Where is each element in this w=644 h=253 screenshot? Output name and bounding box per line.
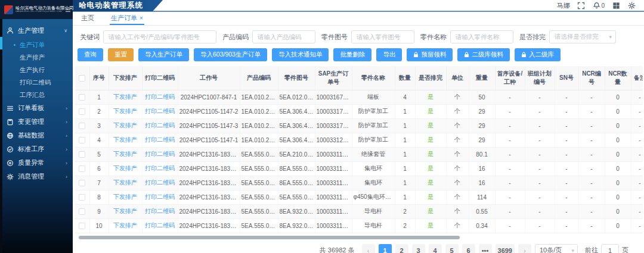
row-checkbox[interactable] [79,123,85,129]
cell-part-name: 端板 [352,90,395,104]
l2-pick-button[interactable]: 二级库领料 [457,48,510,61]
sidebar-item-production-execution[interactable]: 生产执行 [0,64,73,76]
page-number[interactable]: 3699 [496,244,515,253]
print-qrcode-link[interactable]: 打印二维码 [145,222,175,229]
tab-home[interactable]: 主页 [80,12,95,25]
cell-unit: 个 [446,190,469,204]
page-number[interactable]: 1 [379,244,392,253]
filter-row: 关键词 产品编码 零件图号 零件名称 是否排完 请选择是否排完 ▾ [75,30,643,48]
apps-grid-icon[interactable] [612,2,620,10]
row-checkbox[interactable] [79,208,85,215]
print-qrcode-link[interactable]: 打印二维码 [145,165,175,171]
sidebar-item-message-management[interactable]: 消息管理 › [0,170,73,183]
batch-delete-button[interactable]: 批量删除 [333,48,371,61]
dispatch-link[interactable]: 下发排产 [113,222,137,229]
caret-down-icon: ▾ [609,34,612,40]
cell-qty: 1 [395,104,415,118]
target-icon [7,160,14,167]
page-number[interactable]: 6 [462,244,475,253]
import-603-button[interactable]: 导入603/903生产订单 [194,48,267,61]
scheduled-select[interactable]: 请选择是否排完 ▾ [549,30,616,43]
sidebar-item-print-qrcode[interactable]: 打印二维码 [0,76,73,89]
cell-sap-order: 10003317840 [315,104,352,118]
dispatch-link[interactable]: 下发排产 [113,208,137,214]
reserve-pick-button[interactable]: 预留领料 [407,48,453,61]
page-size-select[interactable]: 10条/页 ▾ [535,244,578,253]
page-number[interactable]: ••• [479,244,492,253]
column-header: NCR数量 [605,66,631,90]
sidebar-group-production[interactable]: 生产管理 ∨ [0,22,73,39]
page-number[interactable]: 5 [445,244,459,253]
user-name[interactable]: 马娜 [556,1,569,10]
lock-icon [413,52,419,58]
dispatch-link[interactable]: 下发排产 [113,108,137,114]
cell-part-no: 5EA.012.0179 [278,90,315,104]
page-number[interactable]: 4 [429,244,442,253]
part-no-input[interactable] [351,30,414,43]
cell-scheduled: 是 [415,204,446,218]
notification-count: 0 [601,2,605,9]
dispatch-link[interactable]: 下发排产 [113,179,137,186]
reset-button[interactable]: 重置 [108,48,134,61]
dispatch-link[interactable]: 下发排产 [113,193,137,200]
row-checkbox[interactable] [79,180,85,186]
print-qrcode-link[interactable]: 打印二维码 [145,108,175,114]
settings-gear-icon[interactable] [628,2,636,10]
dispatch-link[interactable]: 下发排产 [113,165,137,171]
horizontal-scrollbar [79,235,639,240]
print-qrcode-link[interactable]: 打印二维码 [145,208,175,214]
keyword-input[interactable] [103,30,216,43]
row-checkbox[interactable] [79,94,85,101]
row-checkbox[interactable] [79,108,85,115]
cell-note: - [631,218,643,233]
next-page-icon[interactable]: › [518,244,531,253]
sidebar-item-base-data[interactable]: 基础数据 › [0,129,73,142]
sidebar-toggle-icon[interactable] [66,8,70,12]
l2-in-button[interactable]: 入二级库 [515,48,561,61]
print-qrcode-link[interactable]: 打印二维码 [145,151,175,157]
dispatch-link[interactable]: 下发排产 [113,151,137,157]
row-checkbox[interactable] [79,137,85,143]
export-button[interactable]: 导出 [376,48,402,61]
sidebar-item-order-board[interactable]: 订单看板 › [0,101,73,115]
scrollbar-thumb[interactable] [79,236,460,239]
sidebar-item-standard-process[interactable]: 标准工序 › [0,142,73,156]
print-qrcode-link[interactable]: 打印二维码 [145,136,175,143]
page-number[interactable]: 3 [412,244,425,253]
cell-product-code: 1EA.010.2091 [240,118,278,133]
dispatch-link[interactable]: 下发排产 [113,136,137,143]
dispatch-link[interactable]: 下发排产 [113,122,137,129]
close-icon[interactable]: × [140,15,143,21]
notification-bell-icon[interactable]: 0 [593,2,605,10]
product-code-input[interactable] [252,30,315,43]
cell-seq: 6 [89,161,109,176]
cell-weight: 16 [469,176,495,190]
row-checkbox[interactable] [79,165,85,172]
import-tech-notice-button[interactable]: 导入技术通知单 [272,48,329,61]
print-qrcode-link[interactable]: 打印二维码 [145,179,175,186]
sidebar-item-quality-exception[interactable]: 质量异常 › [0,156,73,170]
prev-page-icon[interactable]: ‹ [362,244,375,253]
sidebar-item-production-order[interactable]: 生产订单 [0,39,73,51]
select-all-checkbox[interactable] [79,75,85,82]
cell-qty: 2 [395,218,415,233]
dispatch-link[interactable]: 下发排产 [113,93,137,100]
search-button[interactable]: 查询 [78,48,103,61]
cell-ncr-no: - [578,190,605,204]
fullscreen-icon[interactable] [577,2,585,10]
sidebar-item-process-summary[interactable]: 工序汇总 [0,89,73,101]
print-qrcode-link[interactable]: 打印二维码 [145,122,175,129]
tab-production-order[interactable]: 生产订单 × [110,12,144,25]
row-checkbox[interactable] [79,194,85,201]
row-checkbox[interactable] [79,223,85,229]
cell-product-code: 5EA.555.0312 [240,176,278,190]
import-order-button[interactable]: 导入生产订单 [138,48,189,61]
sidebar-item-change-management[interactable]: 变更管理 › [0,115,73,129]
goto-page-input[interactable] [601,244,619,253]
sidebar-item-production-scheduling[interactable]: 生产排产 [0,51,73,64]
part-name-input[interactable] [450,30,513,43]
row-checkbox[interactable] [79,151,85,158]
print-qrcode-link[interactable]: 打印二维码 [145,193,175,200]
page-number[interactable]: 2 [395,244,408,253]
print-qrcode-link[interactable]: 打印二维码 [145,93,175,100]
